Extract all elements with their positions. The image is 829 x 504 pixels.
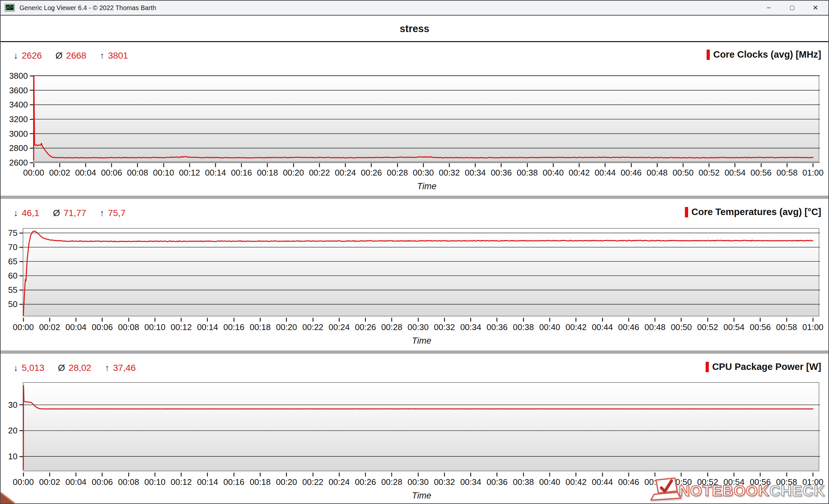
stat-max: ↑3801 <box>100 50 128 61</box>
x-axis-tick <box>418 473 419 476</box>
stat-min-value: 46,1 <box>22 208 39 218</box>
y-axis-tick <box>30 104 33 105</box>
plot-area-core-clocks[interactable]: 380036003400320030002800260000:0000:0200… <box>33 75 819 162</box>
notebookcheck-watermark: NOTEBOOKCHECK <box>648 477 825 503</box>
x-axis-title: Time <box>399 491 444 501</box>
x-axis-label: 00:16 <box>227 168 256 178</box>
x-axis-label: 00:56 <box>746 322 775 332</box>
stat-avg-value: 28,02 <box>69 363 91 373</box>
stat-max-value: 3801 <box>108 50 128 61</box>
watermark-text-notebook: NOTEBOOK <box>679 482 769 500</box>
x-axis-tick <box>207 318 208 322</box>
y-axis-tick <box>20 290 23 291</box>
x-axis-label: 00:20 <box>279 168 308 178</box>
x-axis-tick <box>575 318 576 322</box>
x-axis-tick <box>59 163 60 167</box>
chart-section-core-clocks: ↓2626 Ø2668 ↑3801 Core Clocks (avg) [MHz… <box>1 43 828 195</box>
x-axis-tick <box>444 473 445 476</box>
chart-heading-core-clocks: Core Clocks (avg) [MHz] <box>707 49 821 60</box>
x-axis-label: 00:28 <box>377 477 407 487</box>
x-axis-label: 00:04 <box>61 322 91 332</box>
plot-canvas <box>23 383 820 472</box>
x-axis-tick <box>49 318 50 322</box>
x-axis-label: 00:48 <box>642 168 672 178</box>
x-axis-label: 00:54 <box>719 322 749 332</box>
x-axis-label: 00:44 <box>587 477 617 487</box>
stat-avg: Ø28,02 <box>58 363 91 373</box>
x-axis-tick <box>813 163 814 167</box>
x-axis-label: 00:38 <box>508 477 538 487</box>
y-axis-tick <box>30 119 33 120</box>
x-axis-label: 00:58 <box>772 322 801 332</box>
x-axis-label: 00:02 <box>35 322 65 332</box>
watermark-text-check: CHECK <box>769 482 825 500</box>
x-axis-tick <box>365 318 366 322</box>
x-axis-label: 00:08 <box>123 168 152 178</box>
x-axis-label: 00:16 <box>219 477 249 487</box>
x-axis-tick <box>339 473 340 476</box>
y-axis-tick <box>20 304 23 305</box>
x-axis-tick <box>345 163 346 167</box>
x-axis-tick <box>75 318 76 322</box>
stat-min: ↓5,013 <box>13 363 44 373</box>
chart-title: Core Clocks (avg) [MHz] <box>713 49 821 60</box>
x-axis-tick <box>786 318 787 322</box>
x-axis-tick <box>267 163 268 167</box>
stat-min-value: 2626 <box>22 50 42 61</box>
x-axis-tick <box>497 318 497 322</box>
x-axis-label: 00:30 <box>403 477 433 487</box>
plot-area-cpu-package-power[interactable]: 30201000:0000:0200:0400:0600:0800:1000:1… <box>23 382 819 471</box>
x-axis-tick <box>657 163 658 167</box>
x-axis-tick <box>128 318 129 322</box>
x-axis-label: 00:30 <box>408 168 438 178</box>
x-axis-tick <box>628 318 629 322</box>
x-axis-tick <box>734 163 735 167</box>
y-axis-tick <box>20 232 23 233</box>
x-axis-tick <box>339 318 340 322</box>
y-axis-label: 3800 <box>0 71 28 81</box>
plot-area-core-temperatures[interactable]: 75706560555000:0000:0200:0400:0600:0800:… <box>23 228 819 317</box>
x-axis-tick <box>501 163 502 167</box>
chart-section-core-temperatures: ↓46,1 Ø71,77 ↑75,7 Core Temperatures (av… <box>1 199 828 351</box>
title-bar[interactable]: Generic Log Viewer 6.4 - © 2022 Thomas B… <box>1 1 828 15</box>
y-axis-tick <box>20 456 23 457</box>
x-axis-label: 00:50 <box>666 322 696 332</box>
x-axis-tick <box>523 318 524 322</box>
x-axis-tick <box>497 473 497 476</box>
x-axis-label: 00:22 <box>298 477 328 487</box>
x-axis-label: 00:52 <box>693 322 722 332</box>
x-axis-tick <box>444 318 445 322</box>
x-axis-tick <box>181 473 182 476</box>
section-divider <box>1 351 828 354</box>
x-axis-tick <box>579 163 580 167</box>
close-button[interactable]: ✕ <box>804 1 827 15</box>
stat-max-value: 75,7 <box>108 208 125 218</box>
x-axis-tick <box>102 473 103 476</box>
x-axis-label: 01:00 <box>798 322 828 332</box>
x-axis-label: 00:28 <box>383 168 412 178</box>
minimize-button[interactable]: − <box>757 1 781 15</box>
notebookcheck-laptop-icon <box>648 477 682 503</box>
x-axis-tick <box>733 473 734 476</box>
stat-avg: Ø71,77 <box>53 208 86 218</box>
x-axis-label: 00:40 <box>535 477 565 487</box>
x-axis-tick <box>813 318 814 322</box>
plot-canvas <box>23 229 820 317</box>
y-axis-label: 55 <box>0 285 17 295</box>
legend-color-bar <box>685 207 688 217</box>
x-axis-tick <box>128 473 129 476</box>
x-axis-tick <box>319 163 320 167</box>
y-axis-tick <box>30 75 33 76</box>
x-axis-label: 00:36 <box>482 477 512 487</box>
x-axis-tick <box>523 473 524 476</box>
x-axis-tick <box>215 163 216 167</box>
x-axis-label: 00:12 <box>167 477 196 487</box>
x-axis-tick <box>313 473 314 476</box>
x-axis-tick <box>260 318 261 322</box>
x-axis-tick <box>286 318 287 322</box>
chart-title: Core Temperatures (avg) [°C] <box>691 207 821 217</box>
x-axis-label: 00:26 <box>351 322 381 332</box>
x-axis-label: 00:16 <box>219 322 249 332</box>
x-axis-label: 00:32 <box>435 168 464 178</box>
maximize-button[interactable]: □ <box>781 1 804 15</box>
